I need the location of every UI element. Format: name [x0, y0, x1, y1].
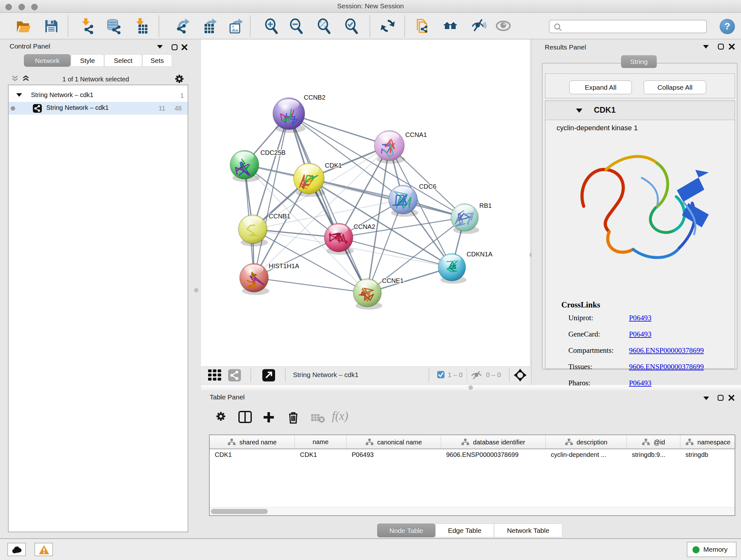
tab-node-table[interactable]: Node Table	[377, 523, 435, 537]
memory-button[interactable]: Memory	[687, 542, 737, 557]
tab-string[interactable]: String	[621, 55, 657, 68]
column-header-description[interactable]: description	[546, 435, 627, 449]
column-header-namespace[interactable]: namespace	[680, 435, 736, 449]
network-canvas[interactable]: CCNB2 CCNA1 CDC25B CDK1 CDC6 RB1 CCNB1	[201, 40, 530, 367]
import-table-from-file-button[interactable]	[131, 17, 149, 35]
cell-name[interactable]: CDK1	[295, 451, 347, 464]
show-columns-icon[interactable]	[239, 411, 252, 423]
results-panel-float-icon[interactable]	[718, 44, 724, 50]
export-table-button[interactable]	[200, 17, 218, 35]
crosslink-row-uniprot: Uniprot:P06493	[568, 314, 593, 322]
search-input[interactable]	[549, 20, 707, 33]
grid-view-icon[interactable]	[208, 369, 223, 381]
import-network-from-database-button[interactable]	[105, 17, 122, 35]
export-network-button[interactable]	[173, 17, 191, 35]
column-header-id[interactable]: @id	[627, 435, 680, 449]
crosslink-value-link[interactable]: P06493	[629, 330, 651, 338]
network-options-gear-icon[interactable]	[174, 74, 185, 84]
node-CDC6[interactable]: CDC6	[389, 183, 436, 217]
column-header-sharedname[interactable]: shared name	[210, 435, 295, 449]
collapse-all-button[interactable]: Collapse All	[644, 80, 706, 94]
hide-selected-button[interactable]	[470, 17, 488, 35]
network-tree: String Network – cdk1 1 String Network –…	[8, 84, 188, 532]
export-table-icon	[200, 17, 218, 35]
edge-CCNA2-CDKN1A[interactable]	[339, 238, 452, 267]
column-header-name[interactable]: name	[295, 435, 347, 449]
zoom-selected-button[interactable]	[342, 17, 360, 35]
save-session-button[interactable]	[42, 17, 60, 35]
crosslink-value-link[interactable]: 9606.ENSP00000378699	[629, 363, 704, 371]
tab-select[interactable]: Select	[105, 54, 142, 67]
network-row-selected[interactable]: String Network – cdk1 11 48	[9, 102, 188, 115]
zoom-in-button[interactable]	[262, 17, 280, 35]
add-column-icon[interactable]	[262, 411, 275, 424]
zoom-fit-content-button[interactable]	[315, 17, 333, 35]
tab-edge-table[interactable]: Edge Table	[435, 523, 494, 537]
tab-sets[interactable]: Sets	[142, 54, 172, 67]
home-button[interactable]	[442, 17, 460, 35]
cell-sharedname[interactable]: CDK1	[210, 451, 295, 464]
cell-id[interactable]: stringdb:9...	[627, 451, 680, 464]
help-button[interactable]: ?	[720, 19, 735, 34]
tree-expander-icon[interactable]	[16, 92, 22, 98]
selected-checkbox-icon[interactable]	[437, 371, 445, 378]
control-panel-float-icon[interactable]	[172, 44, 178, 51]
open-session-button[interactable]	[14, 17, 32, 35]
column-header-databaseidentifier[interactable]: database identifier	[441, 435, 546, 449]
node-HIST1H1A[interactable]: HIST1H1A	[240, 262, 299, 295]
control-panel-collapse-icon[interactable]	[156, 44, 163, 49]
warning-button[interactable]	[35, 543, 53, 556]
column-header-canonicalname[interactable]: canonical name	[347, 435, 441, 449]
edge-HIST1H1A-CCNE1[interactable]	[254, 278, 367, 293]
clone-network-button[interactable]	[414, 17, 431, 35]
horizontal-splitter[interactable]	[201, 385, 741, 390]
node-RB1[interactable]: RB1	[451, 202, 492, 234]
vertical-splitter-left-handle[interactable]	[194, 288, 199, 293]
cell-namespace[interactable]: stringdb	[680, 451, 736, 464]
cell-description[interactable]: cyclin-dependent ...	[546, 451, 627, 464]
cell-canonicalname[interactable]: P06493	[347, 451, 441, 464]
tab-network[interactable]: Network	[24, 54, 71, 67]
table-panel-float-icon[interactable]	[718, 395, 724, 401]
section-expander-icon[interactable]	[576, 108, 583, 113]
control-panel-close-icon[interactable]	[181, 44, 188, 51]
crosslink-value-link[interactable]: P06493	[629, 379, 651, 387]
tab-network-table[interactable]: Network Table	[494, 523, 562, 537]
table-horizontal-scrollbar[interactable]	[210, 507, 735, 515]
network-view-icon[interactable]	[228, 369, 241, 381]
edge-CCNB2-CCNE1[interactable]	[289, 114, 367, 293]
tab-style[interactable]: Style	[71, 54, 104, 67]
table-panel-close-icon[interactable]	[728, 395, 735, 401]
edge-CCNA1-HIST1H1A[interactable]	[254, 145, 389, 278]
zoom-out-button[interactable]	[287, 17, 305, 35]
delete-column-icon[interactable]	[287, 411, 299, 424]
network-collection-row[interactable]: String Network – cdk1 1	[9, 89, 188, 102]
cloud-button[interactable]	[7, 543, 26, 556]
results-panel-collapse-icon[interactable]	[702, 44, 710, 49]
show-all-button[interactable]	[494, 17, 512, 35]
detach-view-icon[interactable]	[262, 369, 275, 381]
protein-structure-image	[564, 139, 721, 289]
crosslink-value-link[interactable]: P06493	[629, 314, 651, 322]
import-network-from-file-button[interactable]	[77, 17, 95, 35]
scrollbar-thumb[interactable]	[211, 509, 268, 514]
protein-section-header[interactable]: CDK1	[545, 101, 735, 120]
network-label: String Network – cdk1	[46, 104, 109, 111]
fit-selected-crosshair-icon[interactable]	[514, 369, 527, 381]
expand-all-button[interactable]: Expand All	[569, 80, 632, 94]
node-CDKN1A[interactable]: CDKN1A	[438, 251, 493, 284]
table-settings-gear-icon[interactable]	[215, 411, 226, 422]
node-CCNB2[interactable]: CCNB2	[273, 94, 326, 133]
refresh-view-button[interactable]	[379, 17, 397, 35]
node-CCNA2[interactable]: CCNA2	[324, 223, 375, 255]
results-panel-close-icon[interactable]	[729, 44, 735, 50]
node-CDC25B[interactable]: CDC25B	[230, 149, 286, 182]
node-CCNA1[interactable]: CCNA1	[374, 131, 427, 164]
cell-databaseidentifier[interactable]: 9606.ENSP00000378699	[441, 451, 546, 464]
node-label-RB1: RB1	[479, 202, 492, 209]
table-panel-collapse-icon[interactable]	[703, 395, 710, 401]
node-CCNE1[interactable]: CCNE1	[353, 277, 404, 310]
export-image-button[interactable]	[226, 17, 244, 35]
edge-CCNB2-HIST1H1A[interactable]	[254, 114, 289, 278]
crosslink-value-link[interactable]: 9606.ENSP00000378699	[629, 347, 704, 355]
